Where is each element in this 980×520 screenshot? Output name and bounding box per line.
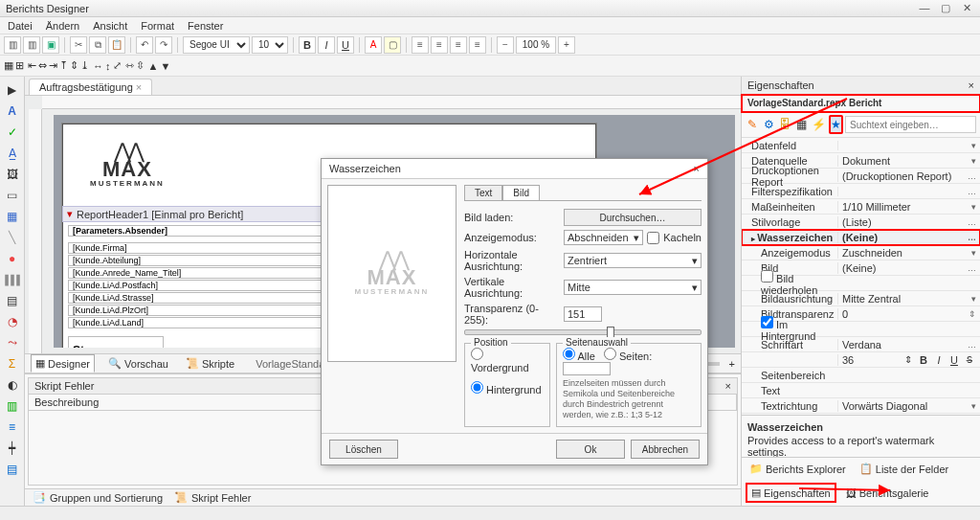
dialog-tab-text[interactable]: Text [464, 185, 502, 200]
maximize-button[interactable]: ▢ [938, 2, 953, 14]
bold-toggle[interactable]: B [917, 354, 930, 366]
display-mode-select[interactable]: Abschneiden▾ [564, 230, 643, 245]
richtext-tool[interactable]: A̲ [3, 144, 22, 163]
tab-groups-sort[interactable]: 📑 Gruppen und Sortierung [33, 491, 163, 504]
undo-button[interactable]: ↶ [136, 36, 153, 54]
gauge-tool[interactable]: ◐ [3, 375, 22, 395]
prop-value[interactable]: … [837, 187, 980, 196]
tab-close-icon[interactable]: × [136, 81, 142, 93]
radio-pages[interactable] [604, 348, 616, 360]
cancel-button[interactable]: Abbrechen [631, 440, 700, 459]
zoom-in-button[interactable]: + [558, 36, 575, 54]
prop-value[interactable]: (Druckoptionen Report)… [837, 170, 980, 182]
prop-value[interactable]: (Keine)… [837, 262, 980, 274]
sparkline-tool[interactable]: ⤳ [3, 333, 22, 352]
tab-preview[interactable]: 🔍 Vorschau [104, 355, 172, 372]
align-left-button[interactable]: ≡ [412, 36, 429, 54]
tab-scripts[interactable]: 📜 Skripte [182, 355, 238, 372]
align-justify-button[interactable]: ≡ [469, 36, 486, 54]
snap-button[interactable]: ⊞ [15, 59, 24, 72]
hspace-button[interactable]: ⇿ [125, 59, 134, 72]
copy-button[interactable]: ⧉ [89, 36, 106, 54]
menu-edit[interactable]: Ändern [46, 20, 79, 32]
fill-color-button[interactable]: ▢ [384, 36, 401, 54]
transparency-slider[interactable] [464, 329, 702, 335]
prop-value[interactable]: Dokument▾ [837, 155, 980, 167]
dialog-close-icon[interactable]: × [694, 163, 700, 174]
radio-foreground[interactable] [471, 348, 483, 360]
italic-button[interactable]: I [318, 36, 335, 54]
menu-view[interactable]: Ansicht [93, 20, 127, 32]
panel-close-icon[interactable]: × [725, 380, 731, 392]
align-lefts-button[interactable]: ⇤ [28, 59, 36, 72]
zoom-out-button[interactable]: − [497, 36, 514, 54]
align-rights-button[interactable]: ⇥ [49, 59, 57, 72]
font-size-select[interactable]: 10 [252, 36, 288, 54]
tab-report-gallery[interactable]: 🖼 Berichtsgalerie [842, 486, 933, 501]
prop-value[interactable]: Zuschneiden▾ [837, 247, 980, 259]
menu-file[interactable]: Datei [8, 20, 33, 32]
label-tool[interactable]: A [3, 102, 22, 121]
property-breadcrumb[interactable]: VorlageStandard.repx Bericht [742, 95, 980, 112]
open-button[interactable]: ▥ [23, 36, 40, 54]
tab-report-explorer[interactable]: 📁 Berichts Explorer [746, 461, 850, 477]
checkbox-background[interactable] [761, 316, 773, 328]
prop-value[interactable]: (Keine)… [837, 232, 980, 243]
shape-tool[interactable]: ● [3, 249, 22, 268]
radio-background[interactable] [471, 381, 483, 394]
vspace-button[interactable]: ⇳ [136, 59, 145, 72]
underline-button[interactable]: U [337, 36, 354, 54]
pages-input[interactable] [563, 362, 611, 375]
prop-value[interactable]: 0⇕ [837, 308, 980, 320]
paste-button[interactable]: 📋 [108, 36, 125, 54]
menu-format[interactable]: Format [141, 20, 174, 32]
ok-button[interactable]: Ok [556, 440, 625, 459]
property-search[interactable] [845, 116, 976, 133]
prop-watermark[interactable]: Wasserzeichen [742, 232, 837, 243]
pointer-tool[interactable]: ▶ [3, 80, 22, 100]
tile-checkbox[interactable] [647, 232, 659, 244]
font-size-spinner[interactable]: ⇕ [902, 354, 915, 365]
pageinfo-tool[interactable]: ▤ [3, 460, 22, 479]
redo-button[interactable]: ↷ [155, 36, 172, 54]
radio-all-pages[interactable] [563, 348, 575, 360]
prop-value[interactable]: (Liste)… [837, 216, 980, 228]
tab-designer[interactable]: ▦ Designer [31, 354, 95, 373]
zoom-input[interactable] [516, 36, 556, 54]
prop-value[interactable]: Vorwärts Diagonal▾ [837, 400, 980, 412]
chart-tool[interactable]: ◔ [3, 312, 22, 331]
tab-field-list[interactable]: 📋 Liste der Felder [856, 461, 952, 477]
font-family-select[interactable]: Segoe UI [183, 36, 250, 54]
checkbox-tool[interactable]: ✓ [3, 123, 22, 142]
delete-button[interactable]: Löschen [329, 440, 398, 459]
underline-toggle[interactable]: U [947, 354, 961, 366]
data-icon[interactable]: 🗄 [778, 115, 792, 134]
table-tool[interactable]: ▦ [3, 207, 22, 226]
bold-button[interactable]: B [299, 36, 316, 54]
align-bottoms-button[interactable]: ⤓ [80, 59, 89, 72]
tab-script-errors[interactable]: 📜 Skript Fehler [174, 491, 251, 504]
align-centers-button[interactable]: ⇔ [38, 59, 47, 72]
browse-button[interactable]: Durchsuchen… [564, 209, 702, 226]
field-storno[interactable]: Storno [68, 336, 164, 348]
send-back-button[interactable]: ▼ [160, 60, 170, 72]
checkbox-repeat[interactable] [761, 270, 773, 283]
pagebreak-tool[interactable]: ≡ [3, 418, 22, 437]
new-button[interactable]: ▥ [4, 36, 21, 54]
wand-icon[interactable]: ✎ [746, 115, 760, 134]
pivot-tool[interactable]: Σ [3, 354, 22, 373]
valign-select[interactable]: Mitte▾ [564, 280, 702, 295]
font-size-value[interactable]: 36⇕BIUS̶ [837, 354, 980, 366]
same-width-button[interactable]: ↔ [93, 60, 103, 72]
events-icon[interactable]: ⚡ [811, 115, 827, 134]
align-tops-button[interactable]: ⤒ [59, 59, 68, 72]
dialog-tab-image[interactable]: Bild [502, 185, 540, 200]
italic-toggle[interactable]: I [932, 354, 946, 366]
align-right-button[interactable]: ≡ [450, 36, 467, 54]
crossband-tool[interactable]: ┿ [3, 439, 22, 458]
tab-properties[interactable]: ▤ Eigenschaften [746, 483, 836, 503]
zoom-in-icon[interactable]: + [729, 358, 735, 370]
halign-select[interactable]: Zentriert▾ [564, 253, 702, 268]
panel-tool[interactable]: ▭ [3, 186, 22, 205]
close-button[interactable]: ✕ [959, 2, 974, 14]
